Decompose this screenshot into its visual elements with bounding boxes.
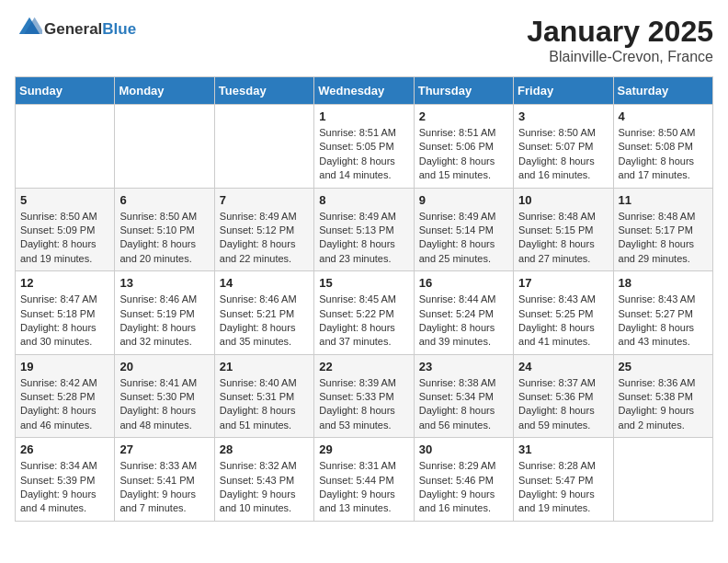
weekday-header-monday: Monday: [115, 77, 214, 105]
calendar-cell-w4-d4: 30Sunrise: 8:29 AM Sunset: 5:46 PM Dayli…: [414, 438, 513, 522]
weekday-header-wednesday: Wednesday: [314, 77, 414, 105]
calendar-cell-w4-d2: 28Sunrise: 8:32 AM Sunset: 5:43 PM Dayli…: [214, 438, 313, 522]
weekday-header-tuesday: Tuesday: [214, 77, 313, 105]
day-number: 25: [619, 360, 708, 373]
calendar-cell-w0-d1: [115, 105, 214, 189]
day-number: 18: [619, 276, 708, 290]
weekday-header-thursday: Thursday: [414, 77, 513, 105]
calendar-cell-w3-d6: 25Sunrise: 8:36 AM Sunset: 5:38 PM Dayli…: [613, 354, 712, 438]
day-number: 9: [419, 193, 508, 207]
calendar-cell-w1-d2: 7Sunrise: 8:49 AM Sunset: 5:12 PM Daylig…: [214, 188, 313, 271]
calendar-cell-w3-d0: 19Sunrise: 8:42 AM Sunset: 5:28 PM Dayli…: [16, 354, 115, 438]
day-number: 2: [419, 109, 508, 123]
calendar-cell-w2-d6: 18Sunrise: 8:43 AM Sunset: 5:27 PM Dayli…: [613, 271, 712, 355]
calendar-cell-w1-d6: 11Sunrise: 8:48 AM Sunset: 5:17 PM Dayli…: [613, 188, 712, 271]
day-number: 6: [119, 193, 209, 207]
cell-info: Sunrise: 8:43 AM Sunset: 5:25 PM Dayligh…: [518, 293, 608, 350]
cell-info: Sunrise: 8:37 AM Sunset: 5:36 PM Dayligh…: [518, 376, 608, 433]
calendar-cell-w0-d6: 4Sunrise: 8:50 AM Sunset: 5:08 PM Daylig…: [613, 105, 712, 189]
day-number: 12: [20, 276, 109, 290]
cell-info: Sunrise: 8:46 AM Sunset: 5:21 PM Dayligh…: [220, 293, 309, 350]
calendar-cell-w2-d5: 17Sunrise: 8:43 AM Sunset: 5:25 PM Dayli…: [514, 271, 613, 355]
location-title: Blainville-Crevon, France: [527, 49, 713, 65]
cell-info: Sunrise: 8:36 AM Sunset: 5:38 PM Dayligh…: [619, 376, 708, 433]
day-number: 21: [220, 360, 309, 373]
cell-info: Sunrise: 8:46 AM Sunset: 5:19 PM Dayligh…: [119, 293, 209, 350]
calendar-cell-w4-d6: [613, 438, 712, 522]
cell-info: Sunrise: 8:38 AM Sunset: 5:34 PM Dayligh…: [419, 376, 508, 433]
title-area: January 2025 Blainville-Crevon, France: [527, 15, 713, 65]
day-number: 23: [419, 360, 508, 373]
day-number: 1: [319, 109, 408, 123]
day-number: 26: [20, 442, 109, 456]
day-number: 24: [518, 360, 608, 373]
day-number: 20: [119, 360, 209, 373]
cell-info: Sunrise: 8:48 AM Sunset: 5:17 PM Dayligh…: [619, 210, 708, 267]
calendar-cell-w4-d0: 26Sunrise: 8:34 AM Sunset: 5:39 PM Dayli…: [16, 438, 115, 522]
day-number: 19: [20, 360, 109, 373]
day-number: 3: [518, 109, 608, 123]
cell-info: Sunrise: 8:50 AM Sunset: 5:09 PM Dayligh…: [20, 210, 109, 267]
calendar-cell-w1-d0: 5Sunrise: 8:50 AM Sunset: 5:09 PM Daylig…: [16, 188, 115, 271]
calendar-cell-w2-d1: 13Sunrise: 8:46 AM Sunset: 5:19 PM Dayli…: [115, 271, 214, 355]
cell-info: Sunrise: 8:49 AM Sunset: 5:14 PM Dayligh…: [419, 210, 508, 267]
calendar-cell-w2-d2: 14Sunrise: 8:46 AM Sunset: 5:21 PM Dayli…: [214, 271, 313, 355]
calendar-cell-w3-d1: 20Sunrise: 8:41 AM Sunset: 5:30 PM Dayli…: [115, 354, 214, 438]
cell-info: Sunrise: 8:49 AM Sunset: 5:13 PM Dayligh…: [319, 210, 408, 267]
cell-info: Sunrise: 8:50 AM Sunset: 5:08 PM Dayligh…: [619, 126, 708, 183]
cell-info: Sunrise: 8:51 AM Sunset: 5:06 PM Dayligh…: [419, 126, 508, 183]
day-number: 7: [220, 193, 309, 207]
day-number: 13: [119, 276, 209, 290]
header: GeneralBlue January 2025 Blainville-Crev…: [15, 15, 713, 65]
cell-info: Sunrise: 8:29 AM Sunset: 5:46 PM Dayligh…: [419, 459, 508, 516]
day-number: 10: [518, 193, 608, 207]
cell-info: Sunrise: 8:48 AM Sunset: 5:15 PM Dayligh…: [518, 210, 608, 267]
calendar-cell-w3-d2: 21Sunrise: 8:40 AM Sunset: 5:31 PM Dayli…: [214, 354, 313, 438]
weekday-header-sunday: Sunday: [16, 77, 115, 105]
calendar-cell-w1-d5: 10Sunrise: 8:48 AM Sunset: 5:15 PM Dayli…: [514, 188, 613, 271]
calendar-cell-w4-d5: 31Sunrise: 8:28 AM Sunset: 5:47 PM Dayli…: [514, 438, 613, 522]
day-number: 15: [319, 276, 408, 290]
logo-general: GeneralBlue: [44, 20, 136, 39]
cell-info: Sunrise: 8:33 AM Sunset: 5:41 PM Dayligh…: [119, 459, 209, 516]
day-number: 29: [319, 442, 408, 456]
cell-info: Sunrise: 8:34 AM Sunset: 5:39 PM Dayligh…: [20, 459, 109, 516]
calendar-cell-w1-d3: 8Sunrise: 8:49 AM Sunset: 5:13 PM Daylig…: [314, 188, 414, 271]
calendar-cell-w4-d1: 27Sunrise: 8:33 AM Sunset: 5:41 PM Dayli…: [115, 438, 214, 522]
calendar-cell-w4-d3: 29Sunrise: 8:31 AM Sunset: 5:44 PM Dayli…: [314, 438, 414, 522]
day-number: 30: [419, 442, 508, 456]
calendar-cell-w1-d4: 9Sunrise: 8:49 AM Sunset: 5:14 PM Daylig…: [414, 188, 513, 271]
cell-info: Sunrise: 8:45 AM Sunset: 5:22 PM Dayligh…: [319, 293, 408, 350]
cell-info: Sunrise: 8:50 AM Sunset: 5:10 PM Dayligh…: [119, 210, 209, 267]
day-number: 27: [119, 442, 209, 456]
day-number: 8: [319, 193, 408, 207]
cell-info: Sunrise: 8:39 AM Sunset: 5:33 PM Dayligh…: [319, 376, 408, 433]
cell-info: Sunrise: 8:28 AM Sunset: 5:47 PM Dayligh…: [518, 459, 608, 516]
day-number: 17: [518, 276, 608, 290]
day-number: 11: [619, 193, 708, 207]
cell-info: Sunrise: 8:32 AM Sunset: 5:43 PM Dayligh…: [220, 459, 309, 516]
weekday-header-friday: Friday: [514, 77, 613, 105]
cell-info: Sunrise: 8:42 AM Sunset: 5:28 PM Dayligh…: [20, 376, 109, 433]
cell-info: Sunrise: 8:41 AM Sunset: 5:30 PM Dayligh…: [119, 376, 209, 433]
month-title: January 2025: [527, 15, 713, 49]
cell-info: Sunrise: 8:49 AM Sunset: 5:12 PM Dayligh…: [220, 210, 309, 267]
cell-info: Sunrise: 8:44 AM Sunset: 5:24 PM Dayligh…: [419, 293, 508, 350]
cell-info: Sunrise: 8:50 AM Sunset: 5:07 PM Dayligh…: [518, 126, 608, 183]
calendar-cell-w2-d0: 12Sunrise: 8:47 AM Sunset: 5:18 PM Dayli…: [16, 271, 115, 355]
cell-info: Sunrise: 8:51 AM Sunset: 5:05 PM Dayligh…: [319, 126, 408, 183]
calendar-cell-w3-d3: 22Sunrise: 8:39 AM Sunset: 5:33 PM Dayli…: [314, 354, 414, 438]
calendar-cell-w3-d4: 23Sunrise: 8:38 AM Sunset: 5:34 PM Dayli…: [414, 354, 513, 438]
day-number: 4: [619, 109, 708, 123]
cell-info: Sunrise: 8:43 AM Sunset: 5:27 PM Dayligh…: [619, 293, 708, 350]
cell-info: Sunrise: 8:47 AM Sunset: 5:18 PM Dayligh…: [20, 293, 109, 350]
calendar-cell-w1-d1: 6Sunrise: 8:50 AM Sunset: 5:10 PM Daylig…: [115, 188, 214, 271]
day-number: 31: [518, 442, 608, 456]
weekday-header-saturday: Saturday: [613, 77, 712, 105]
calendar-table: SundayMondayTuesdayWednesdayThursdayFrid…: [15, 76, 713, 522]
day-number: 14: [220, 276, 309, 290]
day-number: 22: [319, 360, 408, 373]
calendar-cell-w2-d4: 16Sunrise: 8:44 AM Sunset: 5:24 PM Dayli…: [414, 271, 513, 355]
day-number: 16: [419, 276, 508, 290]
cell-info: Sunrise: 8:31 AM Sunset: 5:44 PM Dayligh…: [319, 459, 408, 516]
